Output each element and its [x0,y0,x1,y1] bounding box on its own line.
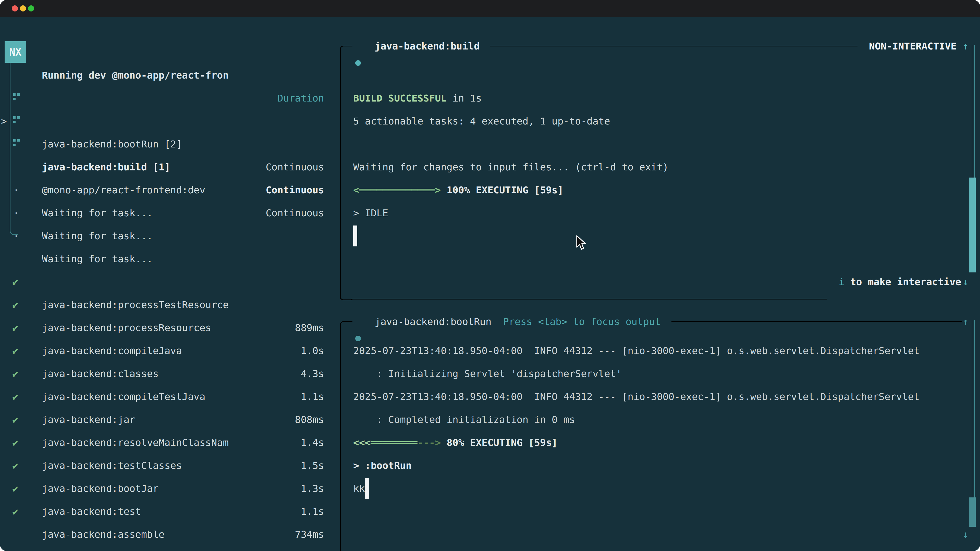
minimize-button[interactable] [20,5,26,11]
zoom-button[interactable] [28,5,34,11]
task-row[interactable]: ✔ java-backend:compileJava 4.3s [0,293,340,316]
hint-text: to make interactive [845,276,961,287]
task-row[interactable]: ✔ java-backend:resolveMainClassNam 1.5s [0,385,340,408]
build-pane-status-dot [355,60,361,66]
build-pane-border [340,288,352,300]
spinner-icon [13,116,16,119]
task-row[interactable]: ✔ java-backend:bootJar 1.1s [0,431,340,454]
window-titlebar [0,0,980,17]
sidebar-footer: ← 1/2 → quit: q help: ? [0,523,340,546]
bootrun-pane-border [340,321,352,333]
task-row-waiting: · Waiting for task... [0,156,340,179]
task-row[interactable]: ✔ java-backend:compileTestJava 808ms [0,339,340,362]
log-line: : Completed initialization in 0 ms [353,408,575,431]
build-pane-border [340,46,352,58]
build-pane-border [351,299,827,300]
bootrun-pane-border [671,321,962,322]
waiting-changes-line: Waiting for changes to input files... (c… [353,156,668,179]
task-row-frontend-dev[interactable]: @mono-app/react-frontend:dev Continuous [0,133,340,156]
task-row-waiting: · Waiting for task... [0,179,340,202]
bootrun-pane-scrollbar-thumb[interactable] [969,497,976,527]
build-successful-text: BUILD SUCCESSFUL [353,93,447,104]
non-interactive-badge: NON-INTERACTIVE [869,35,956,58]
focus-output-hint: Press <tab> to focus output [503,310,661,333]
scroll-up-icon[interactable]: ↑ [963,35,969,58]
sidebar-title: Running dev @mono-app/react-fron [42,64,229,87]
progress-fill: ════════ [371,437,417,448]
scroll-down-icon[interactable]: ↓ [963,270,969,293]
idle-line: > IDLE [353,202,388,224]
progress-status: 100% EXECUTING [59s] [441,184,563,196]
sidebar-header: Running dev @mono-app/react-fron Duratio… [0,41,340,64]
tasks-summary-line: 5 actionable tasks: 4 executed, 1 up-to-… [353,110,610,133]
progress-status: 80% EXECUTING [59s] [441,437,558,448]
bootrun-prompt-line: > :bootRun [353,454,412,477]
page-prev-icon[interactable]: ← [8,546,14,551]
mouse-cursor [576,235,587,251]
interactive-hint: i to make interactive [838,270,961,293]
task-row[interactable]: ✔ java-backend:assemble 774ms [0,477,340,500]
task-row[interactable]: ✔ java-backend:processResources 1.0s [0,270,340,293]
task-row-build-selected[interactable]: java-backend:build [1] Continuous [0,110,340,133]
check-icon: ✔ [12,500,18,523]
spinner-icon [13,94,16,96]
waiting-dot-icon: · [13,224,19,248]
screenshot: NX Running dev @mono-app/react-fron Dura… [0,0,980,551]
scroll-up-icon[interactable]: ↑ [963,310,969,333]
task-row[interactable]: ✔ java-backend:test 734ms [0,454,340,477]
bootrun-pane-scrollbar-track[interactable] [972,320,975,524]
bootrun-pane-border [340,332,341,551]
scroll-down-icon[interactable]: ↓ [963,523,969,546]
log-line: : Initializing Servlet 'dispatcherServle… [353,362,622,385]
log-line: 2025-07-23T13:40:18.950-04:00 INFO 44312… [353,385,920,408]
spinner-icon [13,139,16,141]
bootrun-input-text[interactable]: kk [353,477,365,500]
close-button[interactable] [12,5,18,11]
log-line: 2025-07-23T13:40:18.950-04:00 INFO 44312… [353,339,920,362]
task-row[interactable]: ✔ java-backend:testClasses 1.3s [0,408,340,431]
hint-key: i [838,276,845,287]
cursor-block [365,478,369,499]
bootrun-pane-title: java-backend:bootRun [375,310,492,333]
cursor-block [353,225,357,246]
build-pane-border [340,56,341,299]
build-pane-title: java-backend:build [375,35,480,58]
task-row[interactable]: ✔ java-backend:jar 1.4s [0,362,340,385]
terminal-content: NX Running dev @mono-app/react-fron Dura… [0,17,980,551]
progress-tail: ---> [417,437,441,448]
build-pane-border [490,46,858,46]
build-pane-scrollbar-thumb[interactable] [969,178,976,272]
task-row-bootrun[interactable]: java-backend:bootRun [2] Continuous [0,87,340,110]
task-row[interactable]: ✔ java-backend:processTestResource 889ms [0,248,340,270]
task-row-waiting: · Waiting for task... [0,202,340,224]
progress-head: <<< [353,437,371,448]
terminal-window: NX Running dev @mono-app/react-fron Dura… [0,0,980,551]
build-time-text: in 1s [447,93,482,104]
build-progress-line: <═════════════> 100% EXECUTING [59s] [353,179,563,202]
bootrun-pane-border [340,541,352,551]
build-success-line: BUILD SUCCESSFUL in 1s [353,87,482,110]
progress-bar: <═════════════> [353,184,441,196]
task-row[interactable]: ✔ java-backend:classes 1.1s [0,316,340,339]
bootrun-progress-line: <<<════════---> 80% EXECUTING [59s] [353,431,558,454]
